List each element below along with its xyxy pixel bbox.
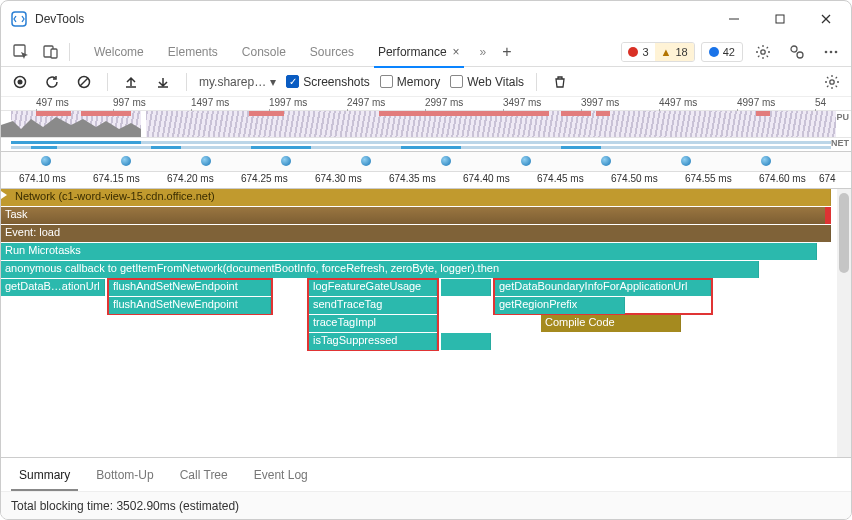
- more-menu-icon[interactable]: [817, 38, 845, 66]
- details-tab-summary[interactable]: Summary: [7, 458, 82, 491]
- save-profile-button[interactable]: [152, 71, 174, 93]
- device-toolbar-icon[interactable]: [37, 38, 65, 66]
- flame-task[interactable]: Task: [1, 207, 831, 224]
- overview-pane[interactable]: 497 ms 997 ms 1497 ms 1997 ms 2497 ms 29…: [1, 97, 851, 152]
- messages-badge[interactable]: 42: [701, 42, 743, 62]
- flame-send-trace[interactable]: sendTraceTag: [309, 297, 437, 314]
- ruler-tick: 54: [815, 97, 826, 108]
- errors-count: 3: [642, 46, 648, 58]
- ruler-tick: 2997 ms: [425, 97, 463, 108]
- details-tab-bottomup[interactable]: Bottom-Up: [84, 458, 165, 491]
- tab-label: Call Tree: [180, 468, 228, 482]
- tab-label: Performance: [378, 45, 447, 59]
- svg-point-13: [835, 50, 838, 53]
- chevrons-icon: »: [480, 45, 487, 59]
- perf-settings-icon[interactable]: [821, 71, 843, 93]
- svg-rect-7: [51, 49, 57, 58]
- profile-selector-label: my.sharep…: [199, 75, 266, 89]
- flame-flush1[interactable]: flushAndSetNewEndpoint: [109, 279, 271, 296]
- profile-selector[interactable]: my.sharep…▾: [199, 75, 276, 89]
- checkbox-label: Memory: [397, 75, 440, 89]
- tab-performance[interactable]: Performance ×: [366, 37, 472, 67]
- record-button[interactable]: [9, 71, 31, 93]
- flame-anon-callback[interactable]: anonymous callback to getItemFromNetwork…: [1, 261, 759, 278]
- scrollbar-thumb[interactable]: [839, 193, 849, 273]
- gc-button[interactable]: [549, 71, 571, 93]
- flame-chart[interactable]: Network (c1-word-view-15.cdn.office.net)…: [1, 189, 851, 457]
- flame-run-microtasks[interactable]: Run Microtasks: [1, 243, 817, 260]
- memory-checkbox[interactable]: Memory: [380, 75, 440, 89]
- screenshot-strip[interactable]: [1, 152, 851, 172]
- feedback-icon[interactable]: [783, 38, 811, 66]
- tab-console[interactable]: Console: [230, 37, 298, 67]
- chevron-down-icon: ▾: [270, 75, 276, 89]
- svg-rect-2: [776, 15, 784, 23]
- ruler-tick: 674: [819, 173, 836, 184]
- window-minimize-button[interactable]: [711, 1, 757, 37]
- status-bar: Total blocking time: 3502.90ms (estimate…: [1, 491, 851, 519]
- flame-get-region[interactable]: getRegionPrefix: [495, 297, 625, 314]
- tabs-overflow-button[interactable]: »: [472, 37, 495, 67]
- ruler-tick: 674.20 ms: [167, 173, 214, 184]
- ruler-tick: 674.60 ms: [759, 173, 806, 184]
- tab-close-icon[interactable]: ×: [453, 45, 460, 59]
- ruler-tick: 674.55 ms: [685, 173, 732, 184]
- flame-get-data-b[interactable]: getDataB…ationUrl: [1, 279, 105, 296]
- screenshot-thumb: [521, 156, 531, 166]
- window-maximize-button[interactable]: [757, 1, 803, 37]
- overview-ruler: 497 ms 997 ms 1497 ms 1997 ms 2497 ms 29…: [1, 97, 851, 111]
- flame-slice[interactable]: [441, 279, 491, 296]
- messages-count: 42: [723, 46, 735, 58]
- flame-compile-code[interactable]: Compile Code: [541, 315, 681, 332]
- network-track-header[interactable]: Network (c1-word-view-15.cdn.office.net): [1, 189, 831, 206]
- overview-net-track: NET: [1, 137, 851, 151]
- screenshot-thumb: [761, 156, 771, 166]
- tab-welcome[interactable]: Welcome: [82, 37, 156, 67]
- flame-trace-impl[interactable]: traceTagImpl: [309, 315, 437, 332]
- tab-sources[interactable]: Sources: [298, 37, 366, 67]
- panel-tabstrip: Welcome Elements Console Sources Perform…: [1, 37, 851, 67]
- errors-badge[interactable]: 3: [622, 43, 654, 61]
- flame-event-load[interactable]: Event: load: [1, 225, 831, 242]
- flame-get-boundary[interactable]: getDataBoundaryInfoForApplicationUrl: [495, 279, 711, 296]
- add-tab-button[interactable]: +: [494, 37, 519, 67]
- reload-record-button[interactable]: [41, 71, 63, 93]
- ruler-tick: 997 ms: [113, 97, 146, 108]
- ruler-tick: 3497 ms: [503, 97, 541, 108]
- settings-icon[interactable]: [749, 38, 777, 66]
- details-tab-calltree[interactable]: Call Tree: [168, 458, 240, 491]
- svg-point-12: [830, 50, 833, 53]
- screenshot-thumb: [681, 156, 691, 166]
- warnings-count: 18: [676, 46, 688, 58]
- net-label: NET: [831, 138, 849, 148]
- tab-label: Elements: [168, 45, 218, 59]
- screenshot-thumb: [41, 156, 51, 166]
- ruler-tick: 2497 ms: [347, 97, 385, 108]
- checkbox-label: Screenshots: [303, 75, 370, 89]
- track-label: Network: [15, 190, 55, 202]
- load-profile-button[interactable]: [120, 71, 142, 93]
- screenshots-checkbox[interactable]: ✓Screenshots: [286, 75, 370, 89]
- flame-scrollbar[interactable]: [837, 189, 851, 457]
- ruler-tick: 674.10 ms: [19, 173, 66, 184]
- tab-elements[interactable]: Elements: [156, 37, 230, 67]
- flame-slice[interactable]: [441, 333, 491, 350]
- ruler-tick: 674.50 ms: [611, 173, 658, 184]
- inspect-element-icon[interactable]: [7, 38, 35, 66]
- flame-is-tag-suppressed[interactable]: isTagSuppressed: [309, 333, 437, 350]
- tab-label: Console: [242, 45, 286, 59]
- tab-label: Bottom-Up: [96, 468, 153, 482]
- flame-flush2[interactable]: flushAndSetNewEndpoint: [109, 297, 271, 314]
- screenshot-thumb: [201, 156, 211, 166]
- screenshot-thumb: [281, 156, 291, 166]
- warnings-badge[interactable]: ▲18: [655, 43, 694, 61]
- flame-log-feature[interactable]: logFeatureGateUsage: [309, 279, 437, 296]
- webvitals-checkbox[interactable]: Web Vitals: [450, 75, 524, 89]
- svg-point-9: [791, 46, 797, 52]
- window-close-button[interactable]: [803, 1, 849, 37]
- clear-button[interactable]: [73, 71, 95, 93]
- issues-badge-group[interactable]: 3 ▲18: [621, 42, 694, 62]
- details-tab-eventlog[interactable]: Event Log: [242, 458, 320, 491]
- ruler-tick: 674.45 ms: [537, 173, 584, 184]
- status-text: Total blocking time: 3502.90ms (estimate…: [11, 499, 239, 513]
